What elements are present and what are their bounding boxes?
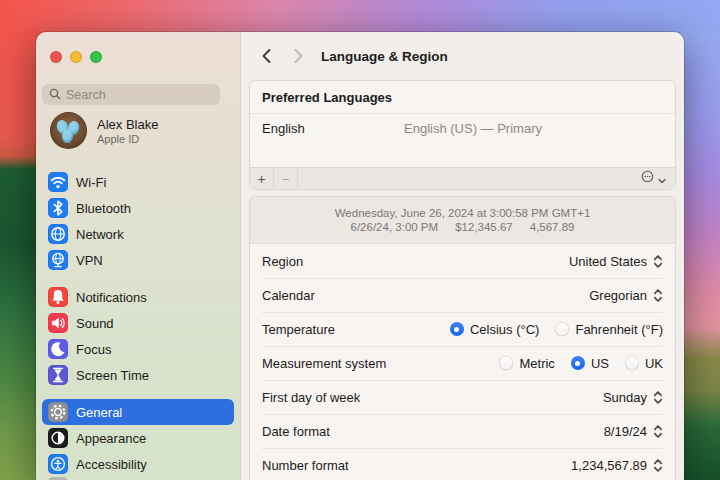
language-row[interactable]: English English (US) — Primary [250,114,675,142]
radio-unselected-icon[interactable] [625,356,639,370]
popup-button[interactable]: Gregorian [589,288,663,303]
setting-row-number-format: Number format1,234,567.89 [250,448,675,480]
setting-row-region: RegionUnited States [250,244,675,278]
popup-value: Sunday [603,390,647,405]
sidebar-item-wi-fi[interactable]: Wi-Fi [42,169,234,195]
forward-button[interactable] [287,45,309,67]
radio-option-uk[interactable]: UK [625,356,663,371]
accessibility-icon [48,454,68,474]
popup-value: United States [569,254,647,269]
search-field[interactable] [42,84,220,105]
setting-label: Temperature [262,322,335,337]
setting-row-temperature: TemperatureCelsius (°C)Fahrenheit (°F) [250,312,675,346]
format-preview: Wednesday, June 26, 2024 at 3:00:58 PM G… [250,197,675,244]
user-subtitle: Apple ID [97,133,158,145]
radio-option-metric[interactable]: Metric [499,356,554,371]
sidebar-item-label: Focus [76,342,111,357]
sidebar-item-label: Sound [76,316,114,331]
setting-label: Region [262,254,303,269]
setting-label: First day of week [262,390,360,405]
language-options-menu[interactable] [640,169,675,188]
sidebar-item-network[interactable]: Network [42,221,234,247]
hourglass-icon [48,365,68,385]
chevron-down-icon [658,170,666,188]
radio-unselected-icon[interactable] [499,356,513,370]
language-detail: English (US) — Primary [404,121,542,136]
sidebar-item-general[interactable]: General [42,399,234,425]
sidebar-item-label: Notifications [76,290,147,305]
wifi-icon [48,172,68,192]
radio-unselected-icon[interactable] [555,322,569,336]
bell-icon [48,287,68,307]
preview-numbers: 6/26/24, 3:00 PM$12,345.674,567.89 [351,221,575,233]
sidebar-item-sound[interactable]: Sound [42,310,234,336]
popup-value: 8/19/24 [604,424,647,439]
gear-icon [48,402,68,422]
formats-card: Wednesday, June 26, 2024 at 3:00:58 PM G… [249,196,676,480]
radio-option-celsius-c-[interactable]: Celsius (°C) [450,322,539,337]
popup-button[interactable]: 8/19/24 [604,424,663,439]
remove-language-button[interactable]: − [274,168,297,189]
popup-button[interactable]: United States [569,254,663,269]
setting-control: United States [569,254,663,269]
popup-stepper-icon[interactable] [653,424,663,439]
zoom-button[interactable] [90,51,102,63]
vpn-globe-icon [48,250,68,270]
radio-selected-icon[interactable] [450,322,464,336]
minimize-button[interactable] [70,51,82,63]
moon-icon [48,339,68,359]
sidebar-item-appearance[interactable]: Appearance [42,425,234,451]
radio-option-us[interactable]: US [571,356,609,371]
sidebar-group: GeneralAppearanceAccessibility [42,399,234,477]
radio-option-fahrenheit-f-[interactable]: Fahrenheit (°F) [555,322,663,337]
radio-group: MetricUSUK [499,356,663,371]
setting-row-date-format: Date format8/19/24 [250,414,675,448]
sidebar-item-label: Wi-Fi [76,175,106,190]
popup-button[interactable]: 1,234,567.89 [571,458,663,473]
radio-label: UK [645,356,663,371]
sidebar-item-vpn[interactable]: VPN [42,247,234,273]
setting-control: 1,234,567.89 [571,458,663,473]
sidebar-group: NotificationsSoundFocusScreen Time [42,284,234,388]
toolbar-divider [297,168,298,189]
sidebar-item-accessibility[interactable]: Accessibility [42,451,234,477]
sidebar-item-focus[interactable]: Focus [42,336,234,362]
setting-row-measurement-system: Measurement systemMetricUSUK [250,346,675,380]
globe-icon [48,224,68,244]
sidebar-item-label: General [76,405,122,420]
sidebar-item-bluetooth[interactable]: Bluetooth [42,195,234,221]
preferred-languages-title: Preferred Languages [250,81,675,114]
close-button[interactable] [50,51,62,63]
preferred-languages-card: Preferred Languages English English (US)… [249,80,676,190]
popup-button[interactable]: Sunday [603,390,663,405]
popup-stepper-icon[interactable] [653,458,663,473]
popup-stepper-icon[interactable] [653,254,663,269]
language-list-toolbar: + − [250,167,675,189]
apple-id-row[interactable]: Alex Blake Apple ID [50,112,158,149]
setting-label: Number format [262,458,349,473]
popup-stepper-icon[interactable] [653,288,663,303]
back-button[interactable] [255,45,277,67]
search-input[interactable] [66,88,213,102]
user-name: Alex Blake [97,117,158,132]
add-language-button[interactable]: + [250,168,273,189]
radio-selected-icon[interactable] [571,356,585,370]
setting-label: Date format [262,424,330,439]
content-pane: Language & Region Preferred Languages En… [240,32,684,480]
sidebar-nav: Wi-FiBluetoothNetworkVPNNotificationsSou… [42,169,234,480]
language-name: English [262,121,305,136]
sidebar-item-label: Accessibility [76,457,147,472]
preview-format-sample: 6/26/24, 3:00 PM [351,221,439,233]
sidebar-item-notifications[interactable]: Notifications [42,284,234,310]
sidebar-item-label: Network [76,227,124,242]
sidebar-item-label: VPN [76,253,103,268]
speaker-icon [48,313,68,333]
sidebar-item-screen-time[interactable]: Screen Time [42,362,234,388]
wallpaper-left [0,30,40,480]
radio-label: Fahrenheit (°F) [575,322,663,337]
popup-stepper-icon[interactable] [653,390,663,405]
sidebar: Alex Blake Apple ID Wi-FiBluetoothNetwor… [36,32,240,480]
settings-rows: RegionUnited StatesCalendarGregorianTemp… [250,244,675,480]
sidebar-item-label: Bluetooth [76,201,131,216]
setting-control: 8/19/24 [604,424,663,439]
